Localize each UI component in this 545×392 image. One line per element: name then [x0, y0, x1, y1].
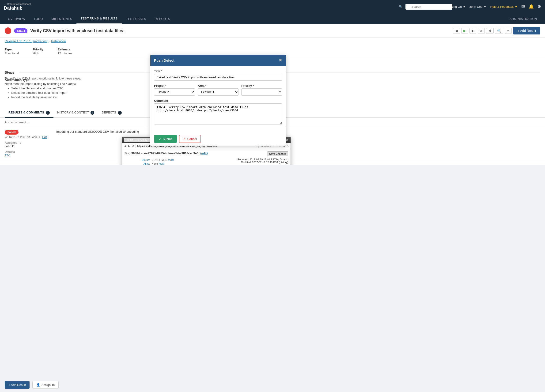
- estimate-label: Estimate: [58, 48, 73, 51]
- refresh-icon[interactable]: ↺: [131, 144, 134, 148]
- return-link[interactable]: ← Return to Dashboard: [4, 3, 31, 5]
- home-icon[interactable]: ⌂: [287, 144, 289, 148]
- submit-button[interactable]: ✓ Submit: [154, 135, 177, 143]
- edit-alias-link[interactable]: (edit): [159, 162, 164, 165]
- print-button[interactable]: 🖨: [486, 28, 494, 34]
- edit-button[interactable]: ✏: [505, 28, 512, 34]
- defects-help-icon[interactable]: ?: [118, 111, 122, 115]
- test-id-badge: T3604: [14, 28, 27, 33]
- alias-link[interactable]: Alias:: [143, 162, 150, 165]
- tab-history-context[interactable]: HISTORY & CONTEXT ?: [54, 108, 98, 118]
- nav-overview[interactable]: OVERVIEW: [4, 14, 30, 24]
- mail-icon[interactable]: ✉: [521, 4, 525, 9]
- next-button[interactable]: ▶: [470, 28, 476, 34]
- defect-link[interactable]: TJ-1: [5, 153, 11, 157]
- check-icon: ✓: [159, 137, 161, 141]
- edit-status-link[interactable]: (edit): [168, 159, 174, 161]
- automation-label: Automation Type: [5, 78, 29, 82]
- priority-select[interactable]: [241, 88, 282, 96]
- nav-test-cases[interactable]: TEST CASES: [122, 14, 151, 24]
- priority-value: High: [33, 52, 44, 55]
- search-icon: 🔍: [399, 5, 403, 8]
- brand-name: Datahub: [4, 5, 31, 11]
- assigned-to-label: Assigned To: [5, 141, 52, 144]
- bug-title: Bug 39884 - cee27995-8985-4cfe-aa54-a981…: [124, 152, 208, 155]
- nav-todo[interactable]: TODO: [30, 14, 47, 24]
- breadcrumb-run[interactable]: Release 1.1: Run 1 (smoke test): [5, 39, 48, 43]
- search-input[interactable]: [405, 4, 452, 10]
- project-label: Project *: [154, 84, 195, 87]
- status-value: CONFIRMED: [152, 159, 167, 161]
- status-link[interactable]: Status:: [142, 159, 150, 161]
- push-defect-modal: Push Defect ✕ Title * Project * Datahub …: [150, 55, 286, 146]
- email-button[interactable]: ✉: [478, 28, 485, 34]
- result-description: Importing our standard UNICODE CSV file …: [56, 130, 540, 133]
- breadcrumb: Release 1.1: Run 1 (smoke test) › Instal…: [0, 37, 545, 45]
- title-arrow-icon: ↓: [124, 29, 126, 33]
- help-dropdown[interactable]: Help & Feedback ▼: [490, 5, 518, 8]
- assigned-to-value: John D.: [5, 144, 52, 148]
- bell-icon[interactable]: 🔔: [529, 4, 534, 9]
- defects-label: Defects: [5, 150, 52, 153]
- comment-label: Comment: [154, 99, 282, 103]
- results-help-icon[interactable]: ?: [46, 111, 50, 115]
- add-result-header-button[interactable]: + Add Result: [513, 27, 540, 34]
- back-icon[interactable]: ◀: [124, 144, 126, 148]
- area-label: Area *: [198, 84, 238, 87]
- prev-button[interactable]: ◀: [453, 28, 460, 34]
- save-changes-button[interactable]: Save Changes: [267, 152, 288, 156]
- failed-badge: Failed: [5, 130, 19, 135]
- settings-icon[interactable]: ⚙: [538, 4, 541, 9]
- title-field-label: Title *: [154, 69, 282, 73]
- zoom-button[interactable]: 🔍: [495, 28, 503, 34]
- breadcrumb-separator: ›: [49, 39, 51, 43]
- tab-defects[interactable]: DEFECTS ?: [98, 108, 125, 118]
- modal-title: Push Defect: [154, 58, 174, 62]
- user-dropdown[interactable]: John Doe ▼: [470, 5, 487, 8]
- edit-result-link[interactable]: Edit: [42, 135, 47, 139]
- x-icon: ✕: [183, 137, 186, 141]
- status-circle: [5, 27, 11, 34]
- breadcrumb-installation[interactable]: Installation: [51, 39, 66, 43]
- play-button[interactable]: ▶: [461, 28, 468, 34]
- reported-info: Reported: 2017-02-19 12:40 PST by Ashesh…: [208, 158, 288, 165]
- cancel-button[interactable]: ✕ Cancel: [179, 135, 200, 143]
- bug-edit-link[interactable]: edit: [201, 152, 207, 155]
- result-meta: 7/11/2019 11:30 PM John D. Edit: [5, 135, 52, 139]
- priority-field-label: Priority *: [241, 84, 282, 87]
- area-select[interactable]: Feature 1: [198, 88, 238, 96]
- priority-label: Priority: [33, 48, 44, 51]
- nav-admin[interactable]: ADMINISTRATION: [505, 14, 541, 24]
- tab-results-comments[interactable]: RESULTS & COMMENTS ?: [5, 108, 54, 118]
- project-select[interactable]: Datahub: [154, 88, 195, 96]
- nav-test-runs[interactable]: TEST RUNS & RESULTS: [76, 13, 122, 24]
- automation-value: None: [5, 82, 29, 86]
- title-field[interactable]: [154, 74, 282, 81]
- bugzilla-close[interactable]: ✕: [286, 138, 289, 142]
- modal-close-icon[interactable]: ✕: [279, 58, 282, 63]
- type-value: Functional: [5, 52, 19, 55]
- type-label: Type: [5, 48, 19, 51]
- comment-textarea[interactable]: T3604: Verify CSV import with enclosed t…: [154, 103, 282, 124]
- nav-reports[interactable]: REPORTS: [150, 14, 174, 24]
- alias-value: None: [152, 162, 158, 165]
- nav-milestones[interactable]: MILESTONES: [47, 14, 76, 24]
- forward-icon[interactable]: ▶: [128, 144, 130, 148]
- estimate-value: 12 minutes: [58, 52, 73, 55]
- history-help-icon[interactable]: ?: [91, 111, 94, 115]
- test-title: Verify CSV import with enclosed test dat…: [30, 28, 126, 33]
